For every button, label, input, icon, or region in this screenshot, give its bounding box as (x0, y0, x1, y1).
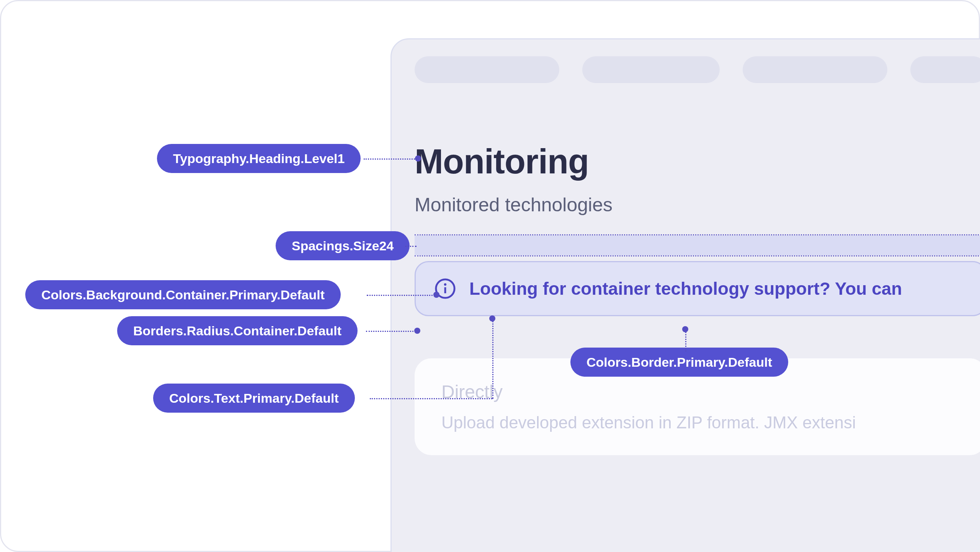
connector-dot (433, 292, 439, 298)
tab-bar (392, 39, 980, 100)
connector (364, 158, 417, 160)
token-chip-text-primary: Colors.Text.Primary.Default (153, 384, 355, 413)
info-callout: Looking for container technology support… (415, 261, 980, 316)
tab-skeleton (415, 56, 559, 83)
token-chip-radius-container: Borders.Radius.Container.Default (117, 316, 358, 345)
connector-dot (682, 326, 688, 332)
token-chip-typography-h1: Typography.Heading.Level1 (157, 144, 361, 173)
connector-dot (415, 155, 421, 162)
page-subtitle: Monitored technologies (415, 194, 980, 216)
spacing-size24-indicator (415, 234, 980, 256)
connector-dot (489, 315, 495, 322)
token-chip-border-primary: Colors.Border.Primary.Default (570, 348, 788, 377)
connector (685, 329, 686, 351)
connector (492, 318, 493, 399)
tab-skeleton (910, 56, 980, 83)
connector (370, 398, 492, 399)
page-title: Monitoring (415, 142, 980, 181)
token-chip-spacing-24: Spacings.Size24 (276, 231, 410, 260)
tab-skeleton (743, 56, 887, 83)
tab-skeleton (582, 56, 719, 83)
connector (367, 295, 436, 296)
connector (405, 246, 416, 247)
sample-app-window: Monitoring Monitored technologies Lookin… (390, 38, 980, 552)
upload-card-body: Upload developed extension in ZIP format… (441, 413, 960, 432)
callout-text: Looking for container technology support… (469, 278, 902, 299)
connector-dot (414, 328, 420, 334)
token-chip-bg-container-primary: Colors.Background.Container.Primary.Defa… (25, 280, 341, 309)
svg-point-2 (444, 283, 446, 286)
upload-card-title: Directly (441, 381, 960, 402)
connector (366, 331, 416, 332)
